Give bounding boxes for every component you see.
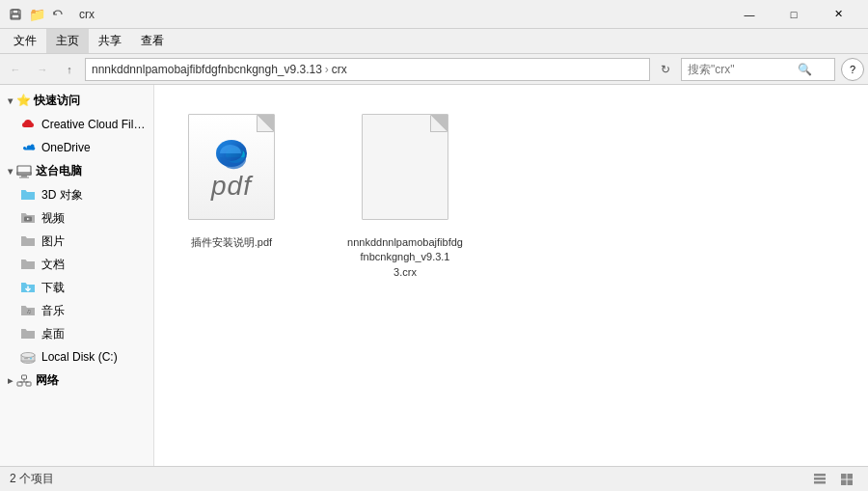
refresh-button[interactable]: ↻ — [654, 58, 677, 81]
sidebar-item-music-label: 音乐 — [41, 303, 65, 319]
sidebar-item-video-label: 视频 — [41, 210, 65, 227]
sidebar-item-video[interactable]: 视频 — [0, 206, 153, 230]
svg-rect-1 — [13, 10, 18, 14]
svg-rect-2 — [12, 14, 19, 18]
view-details-button[interactable] — [808, 468, 831, 491]
crx-file-label: nnnkddnnlpamobajfibfdgfnbcnkgngh_v9.3.13… — [347, 235, 463, 280]
file-item-pdf[interactable]: pdf 插件安装说明.pdf — [174, 104, 289, 447]
title-bar-title: crx — [79, 8, 95, 21]
svg-rect-14 — [24, 358, 28, 359]
main-container: ▾ ⭐ 快速访问 Creative Cloud Files OneDrive ▾ — [0, 85, 868, 466]
sidebar-item-local-disk[interactable]: Local Disk (C:) — [0, 345, 153, 368]
close-button[interactable]: ✕ — [816, 0, 860, 29]
up-button[interactable]: ↑ — [58, 58, 81, 81]
view-tiles-button[interactable] — [835, 468, 858, 491]
status-bar: 2 个项目 — [0, 466, 868, 491]
svg-rect-31 — [848, 479, 854, 485]
network-chevron: ▸ — [8, 375, 13, 386]
sidebar-section-this-pc[interactable]: ▾ 这台电脑 — [0, 159, 153, 183]
forward-button[interactable]: → — [31, 58, 54, 81]
svg-rect-25 — [814, 474, 826, 477]
sidebar-item-onedrive-label: OneDrive — [41, 141, 91, 154]
undo-icon[interactable] — [50, 7, 66, 22]
doc-body-crx — [362, 114, 448, 220]
svg-rect-29 — [848, 474, 854, 479]
search-box[interactable]: 🔍 — [681, 58, 835, 81]
address-path[interactable]: nnnkddnnlpamobajfibfdgfnbcnkgngh_v9.3.13… — [85, 58, 650, 81]
title-bar: 📁 crx — □ ✕ — [0, 0, 868, 29]
crx-icon-wrapper — [352, 104, 458, 230]
download-folder-icon — [19, 279, 37, 296]
svg-rect-28 — [841, 474, 847, 479]
save-icon[interactable] — [8, 7, 23, 22]
maximize-button[interactable]: □ — [772, 0, 816, 29]
sidebar-item-desktop[interactable]: 桌面 — [0, 322, 153, 345]
this-pc-label: 这台电脑 — [16, 163, 82, 179]
menu-share[interactable]: 共享 — [89, 29, 131, 53]
svg-rect-30 — [841, 479, 847, 485]
this-pc-chevron: ▾ — [8, 166, 13, 177]
quick-access-chevron: ▾ — [8, 95, 13, 106]
svg-point-13 — [21, 353, 35, 358]
sidebar-item-documents[interactable]: 文档 — [0, 253, 153, 276]
search-icon[interactable]: 🔍 — [798, 63, 812, 76]
title-bar-icons: 📁 crx — [8, 7, 95, 22]
sidebar: ▾ ⭐ 快速访问 Creative Cloud Files OneDrive ▾ — [0, 85, 154, 466]
menu-file[interactable]: 文件 — [4, 29, 46, 53]
disk-icon — [19, 348, 37, 366]
status-bar-right — [808, 468, 858, 491]
network-label: 网络 — [16, 372, 59, 389]
pdf-icon-wrapper: pdf — [178, 104, 285, 230]
file-item-crx[interactable]: nnnkddnnlpamobajfibfdgfnbcnkgngh_v9.3.13… — [347, 104, 463, 447]
pdf-text: pdf — [211, 171, 252, 202]
svg-rect-16 — [17, 382, 22, 386]
doc-body-pdf: pdf — [188, 114, 275, 220]
svg-rect-4 — [17, 173, 31, 175]
sidebar-item-music[interactable]: ♫ 音乐 — [0, 299, 153, 322]
sidebar-item-documents-label: 文档 — [41, 257, 65, 273]
minimize-button[interactable]: — — [727, 0, 772, 29]
svg-text:♫: ♫ — [26, 308, 31, 314]
svg-point-15 — [30, 358, 32, 360]
sidebar-item-local-disk-label: Local Disk (C:) — [41, 350, 118, 364]
menu-bar: 文件 主页 共享 查看 — [0, 29, 868, 54]
menu-home[interactable]: 主页 — [46, 29, 89, 53]
sidebar-section-quick-access[interactable]: ▾ ⭐ 快速访问 — [0, 89, 153, 113]
pdf-doc-icon: pdf — [188, 114, 275, 220]
back-button[interactable]: ← — [4, 58, 27, 81]
desktop-folder-icon — [19, 325, 37, 342]
music-folder-icon: ♫ — [19, 302, 37, 319]
onedrive-icon — [19, 139, 37, 156]
svg-rect-27 — [814, 481, 826, 484]
svg-rect-18 — [22, 375, 27, 379]
svg-rect-17 — [26, 382, 31, 386]
sidebar-item-creative-cloud[interactable]: Creative Cloud Files — [0, 113, 153, 136]
address-bar: ← → ↑ nnnkddnnlpamobajfibfdgfnbcnkgngh_v… — [0, 54, 868, 85]
sidebar-item-3d[interactable]: 3D 对象 — [0, 183, 153, 206]
help-button[interactable]: ? — [841, 58, 864, 81]
sidebar-item-onedrive[interactable]: OneDrive — [0, 136, 153, 159]
crx-doc-icon — [362, 114, 448, 220]
folder-icon[interactable]: 📁 — [29, 7, 44, 22]
image-folder-icon — [19, 232, 37, 250]
address-segment-current: crx — [332, 63, 347, 76]
sidebar-item-downloads-label: 下载 — [41, 280, 65, 296]
status-count: 2 个项目 — [10, 471, 54, 487]
title-bar-controls: — □ ✕ — [727, 0, 860, 29]
video-folder-icon — [19, 209, 37, 227]
sidebar-item-downloads[interactable]: 下载 — [0, 276, 153, 299]
sidebar-item-desktop-label: 桌面 — [41, 326, 65, 342]
sidebar-section-network[interactable]: ▸ 网络 — [0, 368, 153, 393]
menu-view[interactable]: 查看 — [131, 29, 174, 53]
3d-folder-icon — [19, 186, 37, 204]
sidebar-item-images-label: 图片 — [41, 233, 65, 250]
quick-access-label: ⭐ 快速访问 — [16, 93, 80, 109]
sidebar-item-3d-label: 3D 对象 — [41, 187, 83, 204]
content-area: pdf 插件安装说明.pdf — [154, 85, 868, 466]
sidebar-item-images[interactable]: 图片 — [0, 230, 153, 253]
pdf-file-label: 插件安装说明.pdf — [191, 235, 272, 250]
address-segment-1: nnnkddnnlpamobajfibfdgfnbcnkgngh_v9.3.13 — [92, 63, 322, 76]
doc-folder-icon — [19, 256, 37, 273]
sidebar-item-creative-cloud-label: Creative Cloud Files — [41, 118, 146, 131]
search-input[interactable] — [688, 63, 794, 76]
